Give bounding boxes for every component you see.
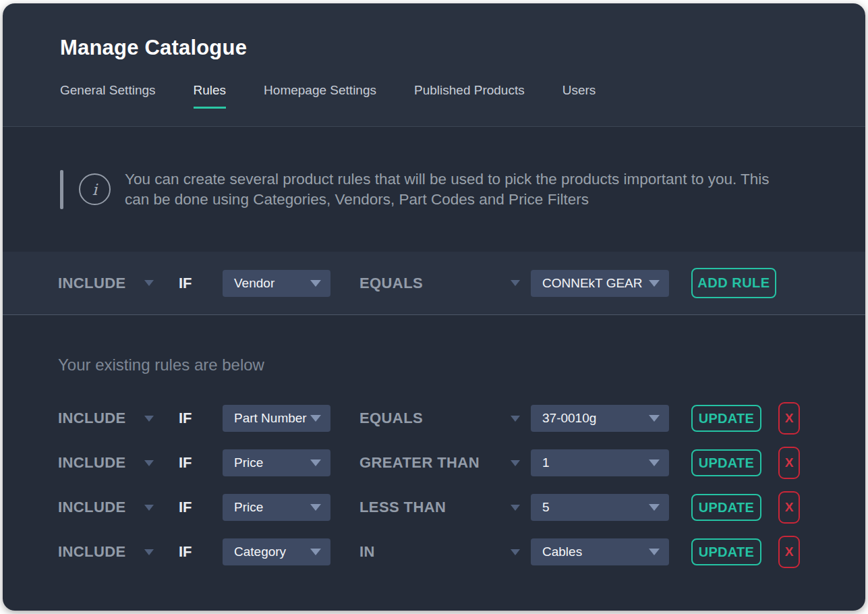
field-select[interactable]: Price xyxy=(223,494,330,521)
if-label: IF xyxy=(179,543,223,561)
rule-row: INCLUDE IF Price LESS THAN 5 UPDATE X xyxy=(3,485,865,530)
chevron-down-icon xyxy=(310,280,321,287)
chevron-down-icon xyxy=(511,280,520,286)
value-select[interactable]: Cables xyxy=(531,538,669,565)
chevron-down-icon xyxy=(649,415,660,422)
operator-select[interactable]: LESS THAN xyxy=(359,499,531,516)
tab-homepage-settings[interactable]: Homepage Settings xyxy=(264,83,376,109)
chevron-down-icon xyxy=(649,459,660,466)
delete-rule-button[interactable]: X xyxy=(778,447,800,479)
value-select-value: CONNEkT GEAR xyxy=(542,276,643,291)
tab-published-products[interactable]: Published Products xyxy=(414,83,525,109)
chevron-down-icon xyxy=(649,549,660,555)
info-icon: i xyxy=(79,173,111,205)
value-select-value: Cables xyxy=(542,545,582,559)
if-label: IF xyxy=(179,275,223,292)
action-select-value: INCLUDE xyxy=(58,410,126,427)
delete-rule-button[interactable]: X xyxy=(778,402,800,435)
operator-select[interactable]: IN xyxy=(359,543,531,561)
chevron-down-icon xyxy=(144,416,154,422)
if-label: IF xyxy=(179,410,223,427)
chevron-down-icon xyxy=(144,460,154,466)
field-select-value: Price xyxy=(234,455,263,470)
delete-rule-button[interactable]: X xyxy=(778,536,800,568)
rule-builder-row: INCLUDE IF Vendor EQUALS CONNEkT GEAR AD… xyxy=(3,252,865,314)
rule-row: INCLUDE IF Price GREATER THAN 1 UPDATE xyxy=(3,441,865,485)
action-select-value: INCLUDE xyxy=(58,454,126,472)
update-button[interactable]: UPDATE xyxy=(691,405,761,432)
chevron-down-icon xyxy=(511,549,520,555)
chevron-down-icon xyxy=(144,549,154,555)
info-section: i You can create several product rules t… xyxy=(3,127,865,252)
rule-row: INCLUDE IF Category IN Cables UPDATE X xyxy=(3,530,865,574)
update-button[interactable]: UPDATE xyxy=(691,449,761,476)
value-select[interactable]: 1 xyxy=(531,449,669,476)
field-select[interactable]: Part Number xyxy=(223,405,330,432)
action-select[interactable]: INCLUDE xyxy=(58,499,179,516)
value-select-value: 5 xyxy=(542,500,550,515)
chevron-down-icon xyxy=(649,504,660,511)
info-text: You can create several product rules tha… xyxy=(125,169,782,210)
action-select-value: INCLUDE xyxy=(58,499,126,516)
chevron-down-icon xyxy=(511,416,520,422)
chevron-down-icon xyxy=(144,505,154,511)
value-select-value: 37-0010g xyxy=(542,411,596,426)
field-select[interactable]: Price xyxy=(223,449,330,476)
value-select[interactable]: 37-0010g xyxy=(531,405,669,432)
field-select-value: Part Number xyxy=(234,411,307,426)
tab-rules[interactable]: Rules xyxy=(194,83,227,109)
value-select[interactable]: CONNEkT GEAR xyxy=(531,270,669,297)
operator-select-value: LESS THAN xyxy=(359,499,446,516)
action-select[interactable]: INCLUDE xyxy=(58,454,179,472)
chevron-down-icon xyxy=(649,280,660,287)
action-select-value: INCLUDE xyxy=(58,543,126,561)
chevron-down-icon xyxy=(310,459,321,466)
chevron-down-icon xyxy=(511,505,520,511)
tab-users[interactable]: Users xyxy=(562,83,596,109)
field-select[interactable]: Category xyxy=(223,538,330,565)
field-select-value: Price xyxy=(234,500,263,515)
tab-general-settings[interactable]: General Settings xyxy=(60,83,156,109)
header: Manage Catalogue General Settings Rules … xyxy=(3,3,865,127)
field-select[interactable]: Vendor xyxy=(223,270,330,297)
tab-bar: General Settings Rules Homepage Settings… xyxy=(60,83,865,109)
chevron-down-icon xyxy=(144,280,154,286)
delete-rule-button[interactable]: X xyxy=(778,491,800,524)
field-select-value: Vendor xyxy=(234,276,274,291)
info-accent-bar xyxy=(60,170,63,209)
update-button[interactable]: UPDATE xyxy=(691,494,761,521)
action-select-value: INCLUDE xyxy=(58,275,126,292)
operator-select-value: IN xyxy=(359,543,375,561)
operator-select[interactable]: EQUALS xyxy=(359,410,531,427)
if-label: IF xyxy=(179,499,223,516)
chevron-down-icon xyxy=(511,460,520,466)
value-select-value: 1 xyxy=(542,455,550,470)
manage-catalogue-panel: Manage Catalogue General Settings Rules … xyxy=(3,3,865,611)
existing-rules-section: Your existing rules are below INCLUDE IF… xyxy=(3,315,865,611)
rule-builder: INCLUDE IF Vendor EQUALS CONNEkT GEAR AD… xyxy=(3,252,865,315)
operator-select-value: EQUALS xyxy=(359,410,423,427)
operator-select-value: EQUALS xyxy=(359,275,423,292)
action-select[interactable]: INCLUDE xyxy=(58,543,179,561)
operator-select[interactable]: EQUALS xyxy=(359,275,531,292)
if-label: IF xyxy=(179,454,223,472)
operator-select[interactable]: GREATER THAN xyxy=(359,454,531,472)
action-select[interactable]: INCLUDE xyxy=(58,410,179,427)
add-rule-button[interactable]: ADD RULE xyxy=(691,268,776,298)
chevron-down-icon xyxy=(310,549,321,555)
existing-rules-list: INCLUDE IF Part Number EQUALS 37-0010g U… xyxy=(3,396,865,574)
page-title: Manage Catalogue xyxy=(60,36,865,60)
rule-row: INCLUDE IF Part Number EQUALS 37-0010g U… xyxy=(3,396,865,441)
chevron-down-icon xyxy=(310,415,321,422)
chevron-down-icon xyxy=(310,504,321,511)
update-button[interactable]: UPDATE xyxy=(691,538,761,565)
value-select[interactable]: 5 xyxy=(531,494,669,521)
operator-select-value: GREATER THAN xyxy=(359,454,480,472)
action-select[interactable]: INCLUDE xyxy=(58,275,179,292)
field-select-value: Category xyxy=(234,545,286,559)
existing-rules-heading: Your existing rules are below xyxy=(3,356,865,374)
